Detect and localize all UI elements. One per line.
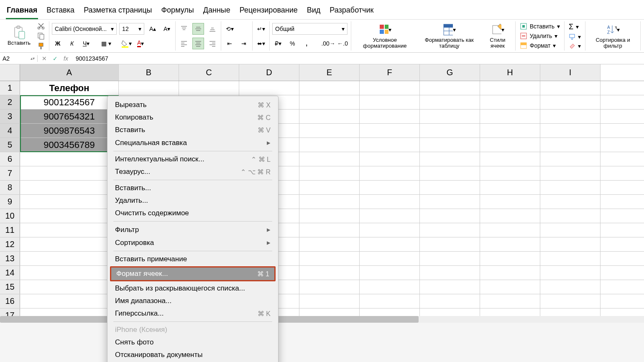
cell[interactable]	[480, 252, 540, 265]
format-painter-icon[interactable]	[36, 41, 46, 51]
cell[interactable]	[20, 252, 119, 265]
cell[interactable]	[20, 166, 119, 180]
column-header[interactable]: G	[420, 64, 480, 81]
cut-icon[interactable]	[36, 21, 46, 31]
ctx-smart-lookup[interactable]: Интеллектуальный поиск...⌃ ⌘ L	[107, 153, 278, 166]
row-header[interactable]: 10	[0, 209, 20, 223]
paste-button[interactable]: Вставить	[6, 25, 32, 47]
select-all-corner[interactable]	[0, 64, 20, 81]
cell[interactable]	[299, 294, 360, 308]
cell[interactable]	[480, 294, 540, 308]
cell[interactable]	[299, 166, 360, 180]
cell[interactable]	[179, 81, 239, 95]
autosum-button[interactable]: Σ▾	[567, 22, 583, 32]
ctx-insert[interactable]: Вставить...	[107, 182, 278, 194]
cell[interactable]	[540, 223, 601, 237]
column-header[interactable]: F	[360, 64, 420, 81]
fill-color-button[interactable]: ▾	[120, 38, 132, 49]
delete-cells-button[interactable]: Удалить ▾	[518, 31, 562, 41]
cell[interactable]	[480, 181, 540, 194]
underline-button[interactable]: Ч ▾	[80, 38, 92, 49]
column-header[interactable]: D	[239, 64, 299, 81]
cell[interactable]	[480, 152, 540, 166]
ctx-thesaurus[interactable]: Тезаурус...⌃ ⌥ ⌘ R	[107, 166, 278, 178]
row-header[interactable]: 2	[0, 95, 20, 109]
confirm-icon[interactable]: ✓	[53, 55, 58, 62]
cell[interactable]	[299, 110, 360, 123]
format-as-table-button[interactable]: ▾ Форматировать как таблицу	[417, 22, 481, 50]
cell[interactable]	[420, 81, 480, 95]
align-bottom-icon[interactable]	[207, 23, 218, 35]
cell[interactable]	[420, 294, 480, 308]
number-format-select[interactable]: Общий▾	[272, 23, 348, 35]
cell-styles-button[interactable]: ▾ Стили ячеек	[483, 22, 513, 50]
cell[interactable]	[540, 110, 601, 123]
cell[interactable]	[540, 181, 601, 194]
cell[interactable]	[420, 152, 480, 166]
cell[interactable]	[540, 95, 601, 109]
align-top-icon[interactable]	[178, 23, 190, 35]
row-header[interactable]: 16	[0, 294, 20, 308]
italic-button[interactable]: К	[66, 38, 78, 49]
row-header[interactable]: 11	[0, 223, 20, 237]
cell[interactable]	[540, 266, 601, 280]
row-header[interactable]: 4	[0, 124, 20, 138]
row-header[interactable]: 15	[0, 280, 20, 294]
cell[interactable]	[299, 95, 360, 109]
cell[interactable]	[420, 110, 480, 123]
cell[interactable]: 9009876543	[20, 124, 119, 138]
cell[interactable]: 9001234567	[20, 95, 119, 109]
cell[interactable]	[540, 152, 601, 166]
horizontal-scrollbar[interactable]	[0, 316, 644, 323]
orientation-button[interactable]: ⟲▾	[224, 23, 235, 35]
ctx-sort[interactable]: Сортировка▸	[107, 236, 278, 249]
cell[interactable]	[299, 181, 360, 194]
cell[interactable]	[420, 280, 480, 294]
clear-button[interactable]: ▾	[567, 42, 583, 50]
decrease-decimal-icon[interactable]: ←.0	[337, 38, 348, 49]
row-header[interactable]: 6	[0, 152, 20, 166]
tab-formulas[interactable]: Формулы	[160, 3, 194, 19]
cell[interactable]	[480, 166, 540, 180]
cell[interactable]	[540, 124, 601, 138]
ctx-named-range[interactable]: Имя диапазона...	[107, 295, 278, 307]
fx-icon[interactable]: fx	[64, 55, 68, 62]
cell[interactable]	[299, 237, 360, 251]
ctx-copy[interactable]: Копировать⌘ C	[107, 111, 278, 124]
cell[interactable]	[480, 138, 540, 152]
cell[interactable]	[299, 138, 360, 152]
font-color-button[interactable]: A ▾	[135, 38, 146, 49]
decrease-font-icon[interactable]: A▾	[161, 23, 173, 35]
cell[interactable]	[480, 280, 540, 294]
cell[interactable]	[360, 294, 420, 308]
ctx-cut[interactable]: Вырезать⌘ X	[107, 99, 278, 111]
insert-cells-button[interactable]: Вставить ▾	[518, 22, 562, 31]
increase-indent-icon[interactable]: ⇥	[238, 38, 250, 49]
cell[interactable]	[420, 124, 480, 138]
ctx-comment[interactable]: Вставить примечание	[107, 253, 278, 265]
cell[interactable]	[480, 110, 540, 123]
cell[interactable]	[360, 124, 420, 138]
cell[interactable]	[20, 181, 119, 194]
align-middle-icon[interactable]	[192, 23, 204, 35]
cell[interactable]	[20, 266, 119, 280]
cell[interactable]	[299, 152, 360, 166]
decrease-indent-icon[interactable]: ⇤	[224, 38, 235, 49]
cell[interactable]	[420, 237, 480, 251]
sort-filter-button[interactable]: AZ▾ Сортировка и фильтр	[588, 22, 638, 50]
format-cells-button[interactable]: Формат ▾	[518, 41, 562, 50]
cell[interactable]	[360, 209, 420, 223]
increase-decimal-icon[interactable]: .00→	[322, 38, 334, 49]
ctx-paste-special[interactable]: Специальная вставка▸	[107, 136, 278, 149]
ctx-take-photo[interactable]: Снять фото	[107, 336, 278, 349]
comma-button[interactable]: ,	[301, 38, 312, 49]
cell[interactable]: Телефон	[20, 81, 119, 95]
increase-font-icon[interactable]: A▴	[147, 23, 158, 35]
cell[interactable]	[360, 252, 420, 265]
copy-icon[interactable]	[36, 31, 46, 41]
cell[interactable]	[420, 195, 480, 209]
wrap-text-button[interactable]: ↵▾	[255, 23, 267, 35]
cell[interactable]: 9007654321	[20, 110, 119, 123]
cell[interactable]	[540, 294, 601, 308]
row-header[interactable]: 5	[0, 138, 20, 152]
